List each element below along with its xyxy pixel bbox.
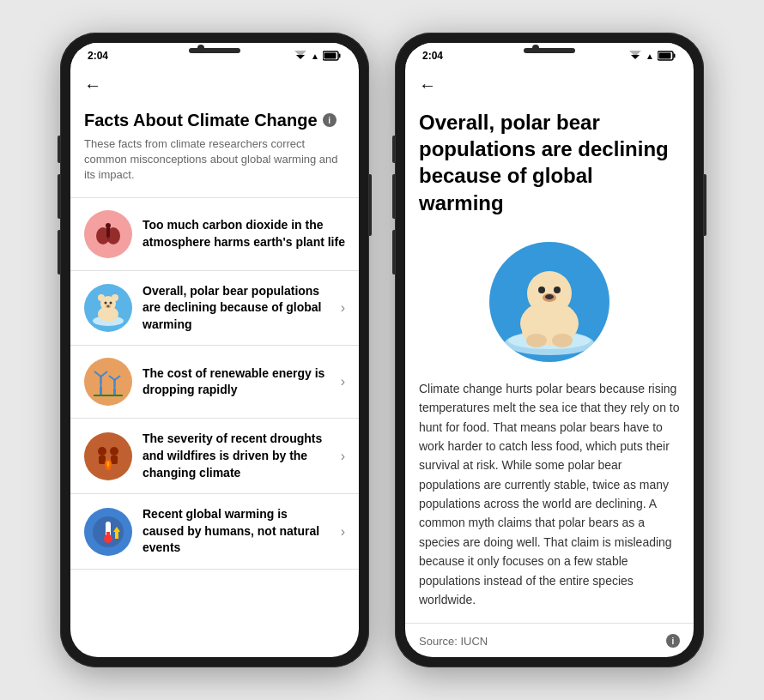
status-time-2: 2:04 [422,50,443,62]
fact-text-wind: The cost of renewable energy is dropping… [142,365,330,399]
battery-icon-2 [658,51,676,61]
phones-container: 2:04 ▲ [60,33,704,667]
svg-line-21 [94,371,101,377]
svg-point-17 [107,305,109,307]
wind-svg [89,363,127,401]
info-icon-1[interactable]: i [323,113,337,127]
fact-text-fire: The severity of recent droughts and wild… [142,431,330,481]
status-icons-1: ▲ [294,51,342,61]
source-label: Source: [419,635,458,648]
source-bar: Source: IUCN i [405,623,694,657]
lungs-svg [91,217,125,251]
svg-rect-4 [324,53,337,59]
lte-icon-2: ▲ [646,51,654,61]
svg-rect-24 [113,389,116,395]
info-icon-2[interactable]: i [666,634,680,648]
svg-point-31 [98,447,106,456]
status-time-1: 2:04 [88,50,108,62]
phone-2-screen: 2:04 ▲ ← [405,43,694,657]
fact-item-lungs[interactable]: Too much carbon dioxide in the atmospher… [70,198,359,271]
fire-svg [89,438,127,475]
fact-text-thermo: Recent global warming is caused by human… [142,506,330,557]
battery-icon [323,51,342,61]
bear-image-container [405,233,694,379]
svg-point-53 [538,287,545,293]
svg-point-54 [554,287,561,293]
svg-rect-32 [99,456,106,464]
svg-point-14 [105,301,107,304]
back-button-1[interactable]: ← [84,75,101,95]
phone-2: 2:04 ▲ ← [395,33,704,667]
fact-icon-thermo [84,508,132,556]
chevron-fire: › [341,449,345,464]
fact-item-thermo[interactable]: Recent global warming is caused by human… [70,494,359,570]
fact-item-bear[interactable]: Overall, polar bear populations are decl… [70,271,359,347]
status-bar-2: 2:04 ▲ [405,43,694,65]
bear-large-svg [489,242,609,362]
chevron-thermo: › [341,524,345,540]
fact-item-wind[interactable]: The cost of renewable energy is dropping… [70,346,359,419]
lte-icon: ▲ [311,51,319,61]
source-text: Source: IUCN [419,635,488,648]
svg-rect-34 [111,456,118,464]
page-subtitle-1: These facts from climate researchers cor… [84,136,345,184]
phone-1: 2:04 ▲ [60,33,369,667]
svg-rect-3 [339,54,341,58]
nav-bar-2: ← [405,65,694,102]
svg-rect-43 [674,54,676,58]
svg-line-22 [101,371,108,377]
bear-circle [489,242,609,362]
fact-item-fire[interactable]: The severity of recent droughts and wild… [70,419,359,494]
source-value: IUCN [460,635,488,648]
status-icons-2: ▲ [628,51,676,61]
svg-point-12 [98,294,105,301]
svg-marker-1 [294,51,306,57]
svg-point-58 [526,334,547,347]
fact-icon-bear [84,284,132,332]
wifi-icon-2 [628,51,642,61]
bear-svg-small [87,287,130,329]
svg-line-27 [109,376,115,380]
status-bar-1: 2:04 ▲ [70,43,359,65]
fact-list: Too much carbon dioxide in the atmospher… [70,197,359,570]
fact-text-bear: Overall, polar bear populations are decl… [142,283,330,334]
svg-point-13 [112,294,118,301]
nav-bar-1: ← [70,65,359,102]
svg-point-33 [110,447,118,456]
fact-icon-fire [84,432,132,480]
svg-rect-18 [100,387,102,395]
body-text: Climate change hurts polar bears because… [405,379,694,624]
svg-point-56 [545,294,554,299]
wifi-icon [294,51,307,61]
thermo-svg [89,513,127,551]
fact-icon-wind [84,358,132,406]
svg-marker-41 [629,51,641,57]
fact-text-lungs: Too much carbon dioxide in the atmospher… [142,217,345,250]
svg-rect-38 [106,532,110,540]
app-content-1: ← Facts About Climate Change i These fac… [70,65,359,657]
hero-title: Overall, polar bear populations are decl… [405,102,694,233]
svg-line-28 [115,376,121,380]
svg-point-59 [552,334,573,347]
screen1-header: Facts About Climate Change i These facts… [70,102,359,197]
fact-icon-lungs [84,210,132,258]
svg-point-8 [106,223,111,228]
svg-point-15 [110,301,112,304]
back-button-2[interactable]: ← [419,75,436,95]
app-content-2: ← Overall, polar bear populations are de… [405,65,694,657]
phone-1-screen: 2:04 ▲ [70,43,359,657]
chevron-bear: › [341,300,345,316]
page-title-1: Facts About Climate Change i [84,109,345,131]
chevron-wind: › [341,374,345,389]
svg-rect-44 [659,53,671,59]
